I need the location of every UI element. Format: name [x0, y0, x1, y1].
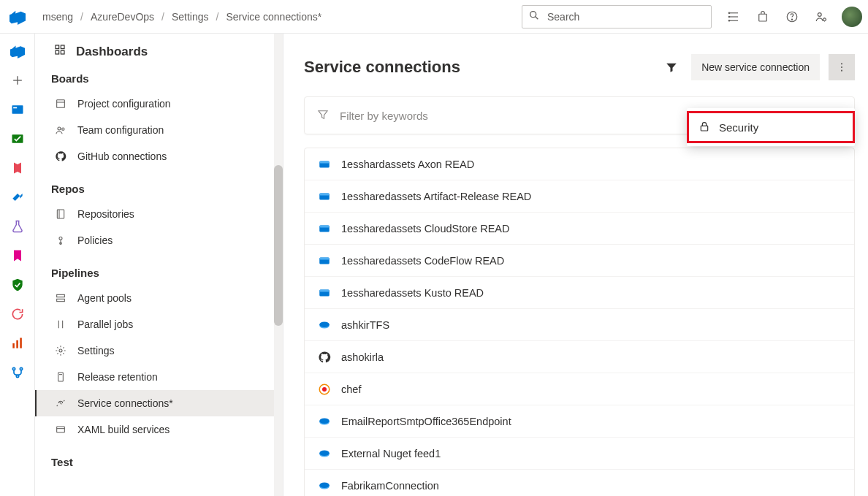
- svg-point-5: [728, 12, 730, 14]
- avatar[interactable]: [842, 7, 862, 27]
- more-actions-button[interactable]: [829, 54, 855, 80]
- breadcrumb-item[interactable]: mseng: [39, 9, 76, 24]
- sidebar-item[interactable]: Parallel jobs: [51, 311, 283, 337]
- dashboards-header[interactable]: Dashboards: [51, 44, 283, 59]
- rail-refresh-icon[interactable]: [4, 301, 31, 327]
- dashboards-label: Dashboards: [76, 45, 148, 59]
- global-search[interactable]: [522, 5, 712, 28]
- search-input[interactable]: [546, 10, 705, 23]
- svg-point-31: [62, 128, 64, 130]
- svg-point-6: [728, 16, 730, 18]
- svg-rect-32: [57, 210, 64, 218]
- connection-row[interactable]: FabrikamConnection: [305, 470, 854, 496]
- svg-rect-43: [57, 427, 65, 432]
- help-icon[interactable]: [779, 4, 805, 30]
- connection-row[interactable]: EmailReportSmtpOffice365Endpoint: [305, 405, 854, 438]
- chef-icon: [318, 383, 331, 396]
- filter-funnel-button[interactable]: [659, 55, 684, 80]
- dropdown-item-label: Security: [719, 121, 758, 134]
- dashboards-icon: [54, 44, 66, 59]
- connection-row[interactable]: 1essharedassets CodeFlow READ: [305, 245, 854, 277]
- rail-repos-icon[interactable]: [4, 155, 31, 181]
- more-actions-dropdown: Security: [687, 108, 855, 146]
- connection-row[interactable]: 1esshardassets Axon READ: [305, 148, 854, 180]
- connection-row[interactable]: ashkirTFS: [305, 309, 854, 341]
- github-icon: [318, 351, 331, 364]
- sidebar-item-label: Service connections*: [77, 397, 173, 409]
- svg-rect-53: [319, 225, 330, 227]
- sidebar-item[interactable]: XAML build services: [51, 416, 283, 443]
- rail-analytics-icon[interactable]: [4, 330, 31, 356]
- sidebar-item-label: Repositories: [77, 208, 134, 220]
- sidebar-item[interactable]: Settings: [51, 337, 283, 364]
- breadcrumb-separator: /: [161, 11, 164, 23]
- svg-line-1: [536, 17, 538, 20]
- policy-icon: [54, 234, 67, 246]
- sidebar-item[interactable]: Project configuration: [51, 91, 283, 117]
- rail-tests-icon[interactable]: [4, 126, 31, 152]
- svg-rect-36: [57, 294, 65, 297]
- sidebar-item[interactable]: Repositories: [51, 201, 283, 227]
- connection-row[interactable]: 1essharedassets CloudStore READ: [305, 213, 854, 245]
- svg-rect-41: [58, 373, 64, 381]
- svg-point-61: [322, 387, 327, 392]
- breadcrumb-item[interactable]: AzureDevOps: [88, 9, 157, 24]
- sidebar-item[interactable]: Release retention: [51, 364, 283, 390]
- lock-icon: [698, 121, 710, 134]
- sidebar-item[interactable]: GitHub connections: [51, 143, 283, 169]
- sidebar-item[interactable]: Service connections*: [35, 390, 283, 416]
- svg-rect-20: [20, 338, 22, 348]
- connection-name: EmailReportSmtpOffice365Endpoint: [341, 416, 511, 427]
- rail-pipelines-icon[interactable]: [4, 184, 31, 210]
- sidebar-item[interactable]: Agent pools: [51, 285, 283, 311]
- work-items-icon[interactable]: [720, 4, 747, 30]
- sidebar-item-label: Settings: [77, 345, 115, 356]
- sidebar-item-label: Agent pools: [77, 292, 132, 304]
- breadcrumb-item[interactable]: Settings: [169, 9, 212, 24]
- sidebar-item[interactable]: Team configuration: [51, 117, 283, 143]
- new-service-connection-button[interactable]: New service connection: [691, 54, 820, 80]
- connection-name: 1essharedassets Artifact-Release READ: [341, 191, 531, 202]
- svg-point-59: [319, 321, 330, 327]
- marketplace-icon[interactable]: [750, 4, 776, 30]
- rail-overview-icon[interactable]: [4, 38, 31, 64]
- svg-rect-16: [13, 107, 17, 109]
- azure-storage-icon: [318, 222, 331, 235]
- connection-row[interactable]: 1essharedassets Artifact-Release READ: [305, 180, 854, 213]
- service-conn-icon: [54, 397, 67, 409]
- rail-add-icon[interactable]: [4, 67, 31, 94]
- repo-icon: [54, 208, 67, 220]
- connection-row[interactable]: chef: [305, 373, 854, 405]
- sidebar-item[interactable]: Policies: [51, 227, 283, 253]
- svg-point-67: [319, 483, 330, 489]
- release-retention-icon: [54, 371, 67, 383]
- sidebar-scrollbar-thumb[interactable]: [274, 165, 283, 326]
- azure-devops-logo[interactable]: [0, 9, 35, 25]
- rail-flask-icon[interactable]: [4, 213, 31, 240]
- connection-row[interactable]: ashokirla: [305, 341, 854, 373]
- rail-boards-icon[interactable]: [4, 96, 31, 123]
- sidebar-item-label: Policies: [77, 234, 113, 246]
- user-settings-icon[interactable]: [808, 4, 834, 30]
- vsts-icon: [318, 447, 331, 460]
- connection-name: ashokirla: [341, 351, 384, 363]
- dropdown-item-security[interactable]: Security: [687, 111, 855, 143]
- breadcrumb: mseng / AzureDevOps / Settings / Service…: [39, 9, 324, 24]
- connection-name: 1esshardassets Axon READ: [341, 159, 474, 170]
- connection-name: 1essharedassets CloudStore READ: [341, 223, 510, 234]
- svg-rect-26: [56, 50, 59, 54]
- svg-rect-28: [57, 100, 65, 108]
- settings-gear-icon: [54, 345, 67, 356]
- rail-bookmark-icon[interactable]: [4, 243, 31, 269]
- rail-security-icon[interactable]: [4, 272, 31, 298]
- connection-row[interactable]: External Nuget feed1: [305, 438, 854, 470]
- connection-row[interactable]: 1essharedassets Kusto READ: [305, 277, 854, 309]
- breadcrumb-item[interactable]: Service connections*: [223, 9, 324, 24]
- svg-point-11: [818, 12, 821, 16]
- svg-rect-24: [56, 45, 59, 49]
- rail-branch-icon[interactable]: [4, 359, 31, 386]
- vsts-icon: [318, 415, 331, 428]
- svg-point-34: [59, 237, 62, 240]
- svg-rect-8: [759, 14, 767, 21]
- main-content: Service connections New service connecti…: [283, 34, 868, 496]
